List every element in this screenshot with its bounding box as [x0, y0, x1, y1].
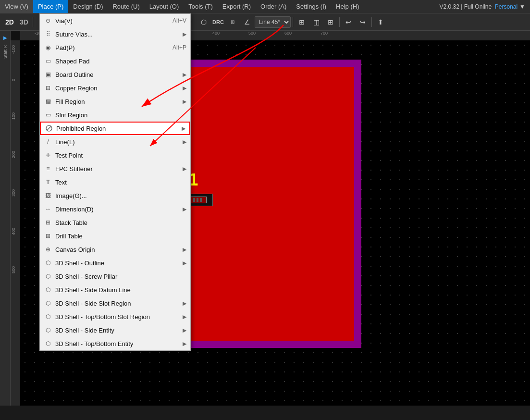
sep4 [339, 17, 340, 27]
3d-side-entity-icon: ⬡ [44, 326, 52, 334]
via-icon: ⊙ [44, 16, 52, 25]
menu-route[interactable]: Route (U) [108, 0, 144, 13]
3d-topbottom-entity-icon: ⬡ [44, 339, 52, 348]
menu-shaped-pad-label: Shaped Pad [55, 58, 186, 65]
left-start-btn[interactable]: ▶ [0, 33, 10, 42]
menu-board-outline[interactable]: ▣ Board Outline ▶ [40, 68, 190, 81]
menu-3d-topbottom-entity-label: 3D Shell - Top/Bottom Entity [55, 340, 183, 347]
menu-suture-vias[interactable]: ⠿ Suture Vias... ▶ [40, 27, 190, 41]
menu-fill-region[interactable]: ▩ Fill Region ▶ [40, 95, 190, 108]
place-dropdown: ⊙ Via(V) Alt+V ⠿ Suture Vias... ▶ ◉ Pad(… [39, 13, 191, 351]
menu-via[interactable]: ⊙ Via(V) Alt+V [40, 14, 190, 27]
menu-help[interactable]: Help (H) [331, 0, 364, 13]
menu-3d-outline[interactable]: ⬡ 3D Shell - Outline ▶ [40, 256, 190, 270]
angle-icon[interactable]: ∠ [240, 15, 254, 29]
app-version: V2.0.32 | Full Online Personal ▼ [440, 3, 530, 10]
sep5 [371, 17, 372, 27]
angle-select[interactable]: Line 45° [255, 16, 291, 28]
stack-table-icon: ⊞ [44, 218, 52, 227]
menu-3d-slot-label: 3D Shell - Side Slot Region [55, 300, 183, 307]
mode-3d-btn[interactable]: 3D [17, 15, 31, 29]
arrow-icon[interactable]: ⬡ [197, 15, 210, 29]
menu-place[interactable]: Place (P) [33, 0, 68, 13]
fill-icon: ▩ [44, 97, 52, 106]
menu-copper-region[interactable]: ⊟ Copper Region ▶ [40, 81, 190, 95]
menu-3d-datum[interactable]: ⬡ 3D Shell - Side Datum Line [40, 283, 190, 296]
menu-stack-table[interactable]: ⊞ Stack Table [40, 216, 190, 229]
redo-icon[interactable]: ↪ [356, 15, 370, 29]
3d-screw-icon: ⬡ [44, 272, 52, 281]
menu-shaped-pad[interactable]: ▭ Shaped Pad [40, 54, 190, 68]
menu-fpc-stiffener[interactable]: ≡ FPC Stiffener ▶ [40, 162, 190, 175]
menubar: View (V) Place (P) Design (D) Route (U) … [0, 0, 530, 13]
menu-3d-outline-label: 3D Shell - Outline [55, 259, 183, 267]
export-icon[interactable]: ⬆ [374, 15, 387, 29]
menu-via-label: Via(V) [55, 17, 169, 25]
prohibited-icon [45, 124, 53, 133]
text-menu-icon: T [44, 178, 52, 186]
menu-export[interactable]: Export (R) [218, 0, 256, 13]
svg-line-5 [47, 126, 51, 131]
menu-settings[interactable]: Settings (I) [291, 0, 331, 13]
menu-3d-side-entity-label: 3D Shell - Side Entity [55, 327, 183, 334]
netlist-icon[interactable]: ⊞ [226, 15, 239, 29]
v-ruler: -100 0 100 200 300 400 500 [11, 40, 20, 406]
menu-via-shortcut: Alt+V [173, 17, 186, 24]
pad-icon: ◉ [44, 43, 52, 52]
mode-2d-btn[interactable]: 2D [3, 15, 16, 29]
menu-3d-topbottom-slot-label: 3D Shell - Top/Bottom Slot Region [55, 313, 183, 321]
menu-board-outline-label: Board Outline [55, 71, 183, 78]
menu-dimension[interactable]: ↔ Dimension(D) ▶ [40, 202, 190, 216]
menu-3d-screw-label: 3D Shell - Screw Pillar [55, 273, 186, 280]
line-menu-icon: / [44, 137, 52, 146]
menu-prohibited-label: Prohibited Region [56, 125, 182, 132]
slot-icon: ▭ [44, 111, 52, 119]
sep3 [293, 17, 293, 27]
menu-design[interactable]: Design (D) [68, 0, 108, 13]
menu-3d-slot[interactable]: ⬡ 3D Shell - Side Slot Region ▶ [40, 296, 190, 310]
menu-suture-label: Suture Vias... [55, 31, 183, 38]
menu-fill-label: Fill Region [55, 98, 183, 105]
menu-copper-label: Copper Region [55, 85, 183, 92]
menu-pad[interactable]: ◉ Pad(P) Alt+P [40, 41, 190, 54]
menu-prohibited-region[interactable]: Prohibited Region ▶ [40, 122, 190, 135]
3d-outline-icon: ⬡ [44, 259, 52, 267]
menu-3d-topbottom-slot[interactable]: ⬡ 3D Shell - Top/Bottom Slot Region ▶ [40, 310, 190, 323]
layer-icon[interactable]: ◫ [309, 15, 323, 29]
start-route-label: Start R [1, 43, 10, 61]
more-icon[interactable]: ⊞ [324, 15, 337, 29]
menu-canvas-origin[interactable]: ⊕ Canvas Origin ▶ [40, 243, 190, 256]
menu-dimension-label: Dimension(D) [55, 206, 183, 213]
menu-tools[interactable]: Tools (T) [184, 0, 218, 13]
menu-image[interactable]: 🖼 Image(G)... [40, 189, 190, 202]
copper-icon: ⊟ [44, 84, 52, 92]
menu-fpc-label: FPC Stiffener [55, 165, 183, 173]
fpc-icon: ≡ [44, 164, 52, 173]
drill-table-icon: ⊞ [44, 232, 52, 240]
menu-slot-label: Slot Region [55, 111, 186, 119]
menu-3d-topbottom-entity[interactable]: ⬡ 3D Shell - Top/Bottom Entity ▶ [40, 337, 190, 350]
menu-slot-region[interactable]: ▭ Slot Region [40, 108, 190, 122]
suture-icon: ⠿ [44, 30, 52, 38]
menu-pad-shortcut: Alt+P [173, 44, 186, 51]
board-outline-icon: ▣ [44, 70, 52, 79]
menu-image-label: Image(G)... [55, 192, 186, 199]
shaped-pad-icon: ▭ [44, 57, 52, 65]
menu-line-label: Line(L) [55, 138, 183, 146]
menu-3d-side-entity[interactable]: ⬡ 3D Shell - Side Entity ▶ [40, 323, 190, 337]
menu-layout[interactable]: Layout (O) [145, 0, 184, 13]
menu-view[interactable]: View (V) [0, 0, 33, 13]
drc-icon[interactable]: DRC [211, 15, 225, 29]
menu-text[interactable]: T Text [40, 175, 190, 189]
grid-icon[interactable]: ⊞ [295, 15, 308, 29]
menu-pad-label: Pad(P) [55, 44, 169, 51]
menu-line[interactable]: / Line(L) ▶ [40, 135, 190, 148]
test-point-icon: ✛ [44, 151, 52, 160]
menu-3d-screw[interactable]: ⬡ 3D Shell - Screw Pillar [40, 270, 190, 283]
menu-test-point[interactable]: ✛ Test Point [40, 148, 190, 162]
menu-3d-datum-label: 3D Shell - Side Datum Line [55, 286, 186, 294]
menu-drill-table[interactable]: ⊞ Drill Table [40, 229, 190, 243]
left-panel: ▶ Start R [0, 31, 11, 406]
undo-icon[interactable]: ↩ [342, 15, 355, 29]
menu-order[interactable]: Order (A) [256, 0, 291, 13]
